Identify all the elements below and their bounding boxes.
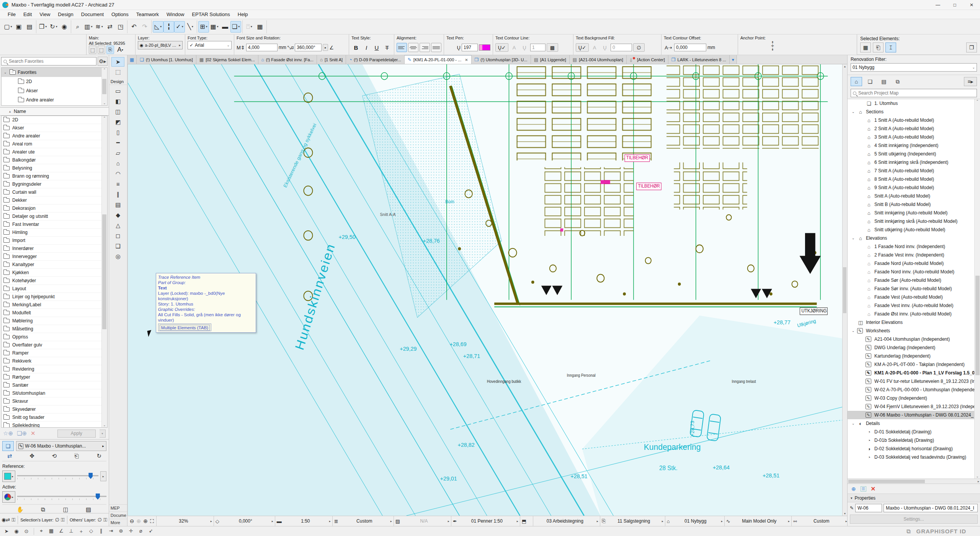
- dimension-style-control[interactable]: ⇿Custom▸: [792, 516, 847, 526]
- slab-filter-icon[interactable]: ⎗: [873, 42, 884, 52]
- favorites-folder-row[interactable]: Detaljer og utsnitt: [2, 212, 107, 221]
- delete-favorite-icon[interactable]: ✕: [31, 430, 36, 437]
- new-favorite-icon[interactable]: ☆⊕: [3, 430, 13, 437]
- window-tool-icon[interactable]: ◫: [111, 107, 124, 116]
- orientation-control[interactable]: ◇0,000°▸: [214, 516, 275, 526]
- hide-others-layer-icon[interactable]: ∅: [98, 517, 102, 523]
- favorites-folder-row[interactable]: Oppriss: [2, 333, 107, 341]
- text-pen-field[interactable]: 197: [462, 44, 478, 51]
- project-map-item[interactable]: ⌄◐Details: [848, 419, 980, 428]
- coordinates-xy-icon[interactable]: ⊞▾: [198, 21, 209, 33]
- project-map-item[interactable]: ⌂8 Snitt A (Auto-rebuild Model): [848, 175, 980, 183]
- menu-design[interactable]: Design: [54, 10, 77, 18]
- railing-tool-icon[interactable]: ∥: [111, 190, 124, 199]
- contour-pen-check-icon[interactable]: Ų✓: [495, 43, 508, 52]
- new-file-icon[interactable]: ▢▾: [3, 21, 13, 33]
- menu-help[interactable]: Help: [234, 10, 252, 18]
- dropdown-arrow-icon[interactable]: ▾: [251, 25, 252, 28]
- favorites-folder-row[interactable]: Areal rom: [2, 140, 107, 148]
- dropdown-arrow-icon[interactable]: ▾: [217, 25, 219, 28]
- offset-snap-icon[interactable]: ⇥: [107, 528, 115, 535]
- guide-lines-icon[interactable]: ╏: [163, 21, 174, 33]
- favorites-tree-item[interactable]: Akser: [2, 86, 107, 95]
- tab--d-09-parapetdetaljer-[interactable]: ◔(!) D-09 Parapetdetaljer...: [346, 55, 405, 64]
- fill-display-control[interactable]: ▨N/A▸: [394, 516, 451, 526]
- favorites-folder-row[interactable]: Dekker: [2, 196, 107, 204]
- dropdown-arrow-icon[interactable]: ▾: [11, 25, 12, 28]
- pen-color-swatch[interactable]: [479, 44, 490, 51]
- tab-lark-lilletuneveien-8-[interactable]: ❐LARK - Lilletuneveien 8 ...: [668, 55, 730, 64]
- grab-reference-icon[interactable]: ✋: [15, 506, 26, 513]
- grid-display-icon[interactable]: ▦: [47, 528, 56, 535]
- trace-reference-icon[interactable]: ❏▾: [230, 21, 241, 33]
- tab-tab-list[interactable]: ▾: [730, 55, 737, 64]
- print-icon[interactable]: ▤: [24, 21, 35, 33]
- dropdown-arrow-icon[interactable]: ▾: [160, 25, 162, 28]
- project-map-item[interactable]: ⌂Fasade Sør (Auto-rebuild Model): [848, 276, 980, 284]
- project-map-item[interactable]: ◔D-01b Sokkeldetalj (Drawing): [848, 436, 980, 444]
- wall-tool-icon[interactable]: ▭: [111, 86, 124, 96]
- contour-pen-field[interactable]: 1: [530, 44, 546, 51]
- menu-window[interactable]: Window: [163, 10, 188, 18]
- contour-offset-field[interactable]: 0,000: [674, 44, 706, 51]
- frame-control[interactable]: ⬒: [520, 516, 533, 526]
- project-map-item[interactable]: ❏1. Utomhus: [848, 99, 980, 108]
- marquee-tool-icon[interactable]: ⬚: [111, 67, 124, 77]
- project-map-item[interactable]: ⌂Fasade Øst innv. (Auto-rebuild Model): [848, 310, 980, 318]
- roof-tool-icon[interactable]: ⌂: [111, 159, 124, 168]
- project-map-item[interactable]: ⌂Fasade Sør innv. (Auto-rebuild Model): [848, 284, 980, 293]
- angle-snap-icon[interactable]: ∠: [57, 528, 65, 535]
- splitter-icon[interactable]: ◫: [60, 506, 72, 513]
- magic-wand-icon[interactable]: ➶: [147, 528, 155, 535]
- origin-reset-icon[interactable]: ✛: [127, 528, 135, 535]
- snap-circle-icon[interactable]: ⊚: [117, 528, 125, 535]
- project-map-item[interactable]: ⌄⌂Sections: [848, 108, 980, 116]
- morph-tool-icon[interactable]: ◆: [111, 210, 124, 220]
- project-map-item[interactable]: ⌂Snitt A (Auto-rebuild Model): [848, 192, 980, 200]
- favorites-folder-row[interactable]: Kanaltyper: [2, 261, 107, 269]
- project-map-item[interactable]: ⌂Snitt B (Auto-rebuild Model): [848, 200, 980, 209]
- align-justify-button[interactable]: [431, 43, 441, 52]
- item-name-field[interactable]: Maxbo - Utomhusplan - DWG 08.01.2024_I: [884, 504, 978, 512]
- favorites-folder-row[interactable]: Dekorasjon: [2, 204, 107, 212]
- reference-color-swatch[interactable]: ▸: [2, 471, 15, 482]
- menu-options[interactable]: Options: [108, 10, 132, 18]
- project-map-item[interactable]: ✎W-02 A-70-PL-00-000 - Utomhusplan (Inde…: [848, 386, 980, 394]
- font-type-combo[interactable]: ✓ Arial ⌄: [188, 41, 232, 49]
- favorites-tree-item[interactable]: 2D: [2, 77, 107, 86]
- lock-selection-layer-icon[interactable]: ⚿: [61, 517, 65, 523]
- bgfill-field[interactable]: 0: [611, 44, 632, 51]
- bgfill-pen-check-icon[interactable]: Ų✓: [576, 43, 589, 52]
- rotate-reference-icon[interactable]: ⟲: [49, 453, 60, 459]
- rebuild-reference-icon[interactable]: ↻: [93, 453, 105, 459]
- graphisoft-id-label[interactable]: GRAPHISOFT ID: [916, 528, 966, 534]
- overlay-icon[interactable]: ⧉: [37, 506, 49, 513]
- favorites-folder-row[interactable]: Curtain wall: [2, 188, 107, 196]
- project-map-item[interactable]: ✎W-03 Copy (Independent): [848, 394, 980, 402]
- window-overlay-icon[interactable]: ⧉: [906, 528, 911, 535]
- project-map-item[interactable]: ⌂Snitt innkjøring skrå (Auto-rebuild Mod…: [848, 217, 980, 226]
- active-opacity-slider[interactable]: [17, 493, 106, 501]
- favorites-folder-row[interactable]: Rørtyper: [2, 373, 107, 381]
- toolbox-group-more[interactable]: More: [109, 519, 127, 526]
- publisher-sets-icon[interactable]: ⧉: [892, 77, 903, 86]
- menu-document[interactable]: Document: [77, 10, 108, 18]
- layout-book-icon[interactable]: ▤: [878, 77, 890, 86]
- element-settings-icon[interactable]: ▥▾: [83, 21, 94, 33]
- trace-reference-combo[interactable]: ✎ W-06 Maxbo - Utomhusplan... ▸: [16, 441, 106, 451]
- project-map-icon[interactable]: ⌂: [851, 77, 862, 86]
- project-map-item[interactable]: ⌂Fasade Nord innv. (Auto-rebuild Model): [848, 268, 980, 276]
- maximize-button[interactable]: □: [946, 0, 963, 10]
- cursor-percent-icon[interactable]: ➤: [2, 528, 11, 534]
- bgfill-empty-icon[interactable]: ∅: [633, 43, 645, 52]
- favorites-folder-row[interactable]: Innerdører: [2, 245, 107, 253]
- hide-selection-layer-icon[interactable]: ∅: [55, 517, 59, 523]
- dropdown-arrow-icon[interactable]: ▾: [101, 25, 103, 28]
- marquee-3d-icon[interactable]: ◳: [115, 21, 126, 33]
- apply-dropdown-icon[interactable]: ▾: [100, 430, 106, 438]
- rebuild-icon[interactable]: ⇄: [105, 21, 115, 33]
- project-map-item[interactable]: ⌂1 Snitt A (Auto-rebuild Model): [848, 116, 980, 124]
- favorites-folder-row[interactable]: Overflater gulv: [2, 341, 107, 349]
- layer-combo[interactable]: ◉ a-20-pl_8b|LV Tekst Beskr... ▸: [138, 41, 183, 49]
- favorites-folder-row[interactable]: Spilekledning: [2, 422, 107, 428]
